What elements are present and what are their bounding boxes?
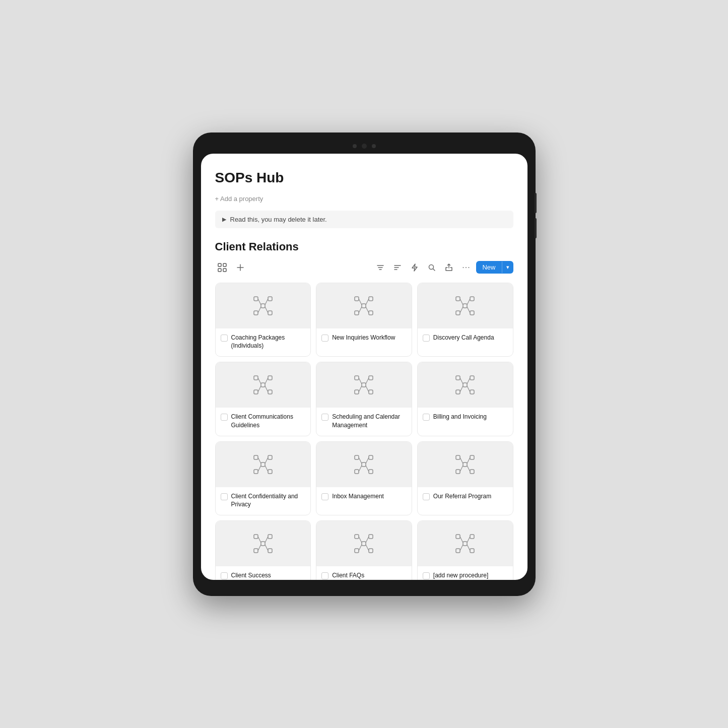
- svg-rect-33: [456, 297, 460, 301]
- card-item[interactable]: Client FAQs: [316, 520, 412, 579]
- camera-bar: [201, 141, 527, 154]
- card-title: New Inquiries Workflow: [332, 334, 395, 342]
- card-thumbnail: [216, 362, 311, 408]
- add-view-icon[interactable]: [233, 260, 247, 275]
- svg-line-83: [366, 457, 369, 464]
- svg-rect-32: [463, 304, 467, 308]
- svg-line-58: [366, 386, 369, 392]
- search-icon[interactable]: [425, 260, 439, 275]
- card-checkbox[interactable]: [423, 335, 430, 342]
- svg-line-121: [467, 545, 470, 551]
- card-item[interactable]: Discovery Call Agenda: [417, 283, 513, 357]
- card-item[interactable]: Coaching Packages (Individuals): [215, 283, 311, 357]
- card-checkbox[interactable]: [321, 414, 328, 421]
- automation-icon[interactable]: [408, 260, 422, 275]
- card-checkbox[interactable]: [321, 572, 328, 579]
- card-thumbnail: [418, 521, 513, 566]
- svg-rect-45: [268, 390, 272, 394]
- svg-rect-16: [268, 297, 272, 301]
- card-item[interactable]: Client Confidentiality and Privacy: [215, 441, 311, 516]
- card-checkbox[interactable]: [423, 493, 430, 500]
- collapse-triangle: ▶: [222, 216, 226, 223]
- card-item[interactable]: New Inquiries Workflow: [316, 283, 412, 357]
- svg-rect-54: [369, 390, 373, 394]
- svg-rect-81: [369, 470, 373, 474]
- new-button[interactable]: New ▾: [476, 261, 513, 274]
- svg-rect-0: [218, 263, 221, 267]
- card-checkbox[interactable]: [321, 493, 328, 500]
- svg-line-91: [460, 457, 463, 464]
- svg-line-112: [366, 545, 369, 551]
- svg-line-13: [433, 269, 435, 271]
- svg-rect-61: [470, 376, 474, 380]
- card-checkbox[interactable]: [321, 335, 328, 342]
- card-item[interactable]: [add new procedure]: [417, 520, 513, 579]
- share-icon[interactable]: [442, 260, 456, 275]
- svg-rect-90: [470, 470, 474, 474]
- svg-rect-108: [369, 549, 373, 553]
- side-button: [535, 193, 537, 213]
- svg-line-19: [258, 299, 261, 305]
- new-button-label: New: [476, 261, 501, 274]
- card-thumbnail: [216, 521, 311, 566]
- card-item[interactable]: Our Referral Program: [417, 441, 513, 516]
- card-item[interactable]: Client Success: [215, 520, 311, 579]
- card-thumbnail: [418, 442, 513, 487]
- card-thumbnail: [316, 362, 412, 408]
- svg-rect-43: [268, 376, 272, 380]
- svg-rect-104: [362, 542, 366, 546]
- svg-rect-44: [254, 390, 258, 394]
- collapsible-section[interactable]: ▶ Read this, you may delete it later.: [215, 211, 513, 228]
- add-property-label: + Add a property: [215, 195, 263, 203]
- card-checkbox[interactable]: [423, 414, 430, 421]
- card-thumbnail: [216, 283, 311, 328]
- svg-rect-23: [362, 304, 366, 308]
- svg-line-109: [359, 537, 362, 543]
- svg-rect-25: [369, 297, 373, 301]
- filter-icon[interactable]: [373, 260, 387, 275]
- card-title: Scheduling and Calendar Management: [332, 413, 407, 430]
- grid-view-icon[interactable]: [215, 260, 229, 275]
- card-title: Discovery Call Agenda: [433, 334, 494, 342]
- toolbar-right: ··· New ▾: [373, 260, 513, 275]
- svg-line-22: [265, 307, 268, 313]
- svg-rect-78: [355, 455, 359, 459]
- more-options-icon[interactable]: ···: [459, 260, 473, 275]
- new-button-arrow: ▾: [502, 261, 513, 273]
- svg-line-76: [265, 466, 268, 472]
- card-checkbox[interactable]: [221, 493, 228, 500]
- cards-grid: Coaching Packages (Individuals): [215, 283, 513, 580]
- card-thumbnail: [216, 442, 311, 487]
- svg-line-49: [265, 386, 268, 392]
- card-footer: [add new procedure]: [418, 566, 513, 579]
- svg-rect-1: [223, 263, 226, 267]
- card-item[interactable]: Billing and Invoicing: [417, 362, 513, 436]
- card-footer: Scheduling and Calendar Management: [316, 408, 412, 436]
- card-footer: Our Referral Program: [418, 487, 513, 507]
- section-title: Client Relations: [215, 240, 513, 253]
- card-item[interactable]: Scheduling and Calendar Management: [316, 362, 412, 436]
- card-checkbox[interactable]: [221, 414, 228, 421]
- card-checkbox[interactable]: [423, 572, 430, 579]
- svg-line-82: [359, 457, 362, 464]
- svg-line-111: [359, 545, 362, 551]
- card-checkbox[interactable]: [221, 572, 228, 579]
- card-thumbnail: [316, 283, 412, 328]
- svg-rect-113: [463, 542, 467, 546]
- toolbar: ··· New ▾: [215, 260, 513, 275]
- svg-line-74: [265, 457, 268, 464]
- svg-rect-79: [369, 455, 373, 459]
- svg-rect-97: [268, 535, 272, 539]
- svg-rect-53: [355, 390, 359, 394]
- card-thumbnail: [418, 283, 513, 328]
- card-item[interactable]: Client Communications Guidelines: [215, 362, 311, 436]
- card-item[interactable]: Inbox Management: [316, 441, 412, 516]
- svg-line-38: [467, 299, 470, 305]
- svg-rect-27: [369, 311, 373, 315]
- add-property-button[interactable]: + Add a property: [215, 194, 513, 204]
- svg-rect-3: [223, 269, 226, 272]
- sort-icon[interactable]: [390, 260, 405, 275]
- card-footer: Discovery Call Agenda: [418, 328, 513, 348]
- svg-line-120: [460, 545, 463, 551]
- card-checkbox[interactable]: [221, 335, 228, 342]
